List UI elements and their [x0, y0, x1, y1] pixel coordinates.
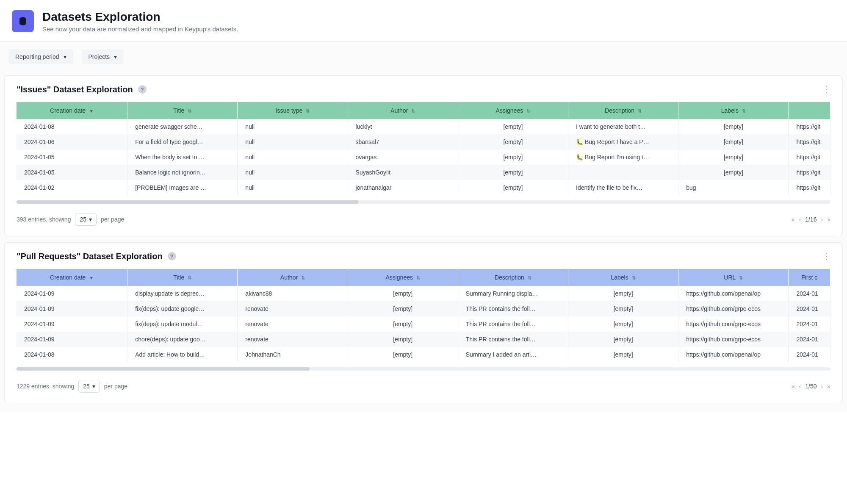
col-description[interactable]: Description: [568, 102, 678, 119]
filter-label: Projects: [89, 53, 110, 60]
more-menu-icon[interactable]: ⋮: [822, 84, 830, 94]
more-menu-icon[interactable]: ⋮: [822, 251, 830, 261]
chevron-down-icon: ▾: [89, 216, 92, 223]
page-indicator: 1/50: [805, 383, 817, 390]
cell-labels: bug: [678, 180, 789, 195]
table-row[interactable]: 2024-01-09display.update is deprec…akiva…: [17, 286, 830, 301]
reporting-period-filter[interactable]: Reporting period ▾: [8, 49, 73, 64]
cell-url[interactable]: https://github.com/grpc-ecos: [678, 332, 789, 347]
pager-last-icon[interactable]: »: [827, 383, 830, 390]
cell-assignees: [empty]: [458, 119, 568, 134]
cell-url[interactable]: https://git: [789, 134, 830, 150]
pager-first-icon[interactable]: «: [792, 383, 795, 390]
table-row[interactable]: 2024-01-08generate swagger sche…nullluck…: [17, 119, 830, 134]
horizontal-scrollbar[interactable]: [17, 367, 830, 371]
cell-issue-type: null: [238, 180, 348, 195]
cell-author: lucklyt: [348, 119, 458, 134]
col-author[interactable]: Author: [238, 269, 348, 286]
pager: « ‹ 1/50 › »: [792, 383, 830, 390]
col-title[interactable]: Title: [127, 269, 238, 286]
cell-assignees: [empty]: [348, 332, 458, 347]
sort-icon: [632, 275, 636, 280]
cell-url[interactable]: https://git: [789, 119, 830, 134]
cell-description: This PR contains the foll…: [458, 332, 568, 347]
table-row[interactable]: 2024-01-05When the body is set to …nullo…: [17, 150, 830, 165]
cell-url[interactable]: https://git: [789, 180, 830, 195]
table-row[interactable]: 2024-01-05Balance logic not ignorin…null…: [17, 165, 830, 180]
col-overflow: [789, 102, 830, 119]
col-author[interactable]: Author: [348, 102, 458, 119]
table-row[interactable]: 2024-01-08Add article: How to build…John…: [17, 347, 830, 362]
pager-next-icon[interactable]: ›: [821, 216, 823, 223]
col-description[interactable]: Description: [458, 269, 568, 286]
cell-url[interactable]: https://github.com/openai/op: [678, 347, 789, 362]
cell-url[interactable]: https://github.com/grpc-ecos: [678, 301, 789, 316]
per-page-label: per page: [101, 216, 124, 223]
cell-description: This PR contains the foll…: [458, 316, 568, 332]
pager-prev-icon[interactable]: ‹: [799, 216, 801, 223]
card-title: "Pull Requests" Dataset Exploration: [17, 252, 163, 261]
table-row[interactable]: 2024-01-09fix(deps): update google…renov…: [17, 301, 830, 316]
col-url[interactable]: URL: [678, 269, 789, 286]
scrollbar-thumb[interactable]: [17, 200, 358, 204]
cell-description: 🐛 Bug Report I'm using t…: [568, 150, 678, 165]
cell-title: generate swagger sche…: [127, 119, 238, 134]
cell-date: 2024-01-06: [17, 134, 127, 150]
page-size-select[interactable]: 25 ▾: [75, 213, 97, 226]
cell-author: ovargas: [348, 150, 458, 165]
col-labels[interactable]: Labels: [568, 269, 678, 286]
help-icon[interactable]: ?: [138, 85, 147, 94]
page-size-select[interactable]: 25 ▾: [78, 380, 100, 393]
pull-requests-table: Creation date Title Author Assignees Des…: [17, 269, 830, 362]
cell-author: renovate: [238, 316, 348, 332]
scrollbar-thumb[interactable]: [17, 367, 310, 371]
sort-icon: [416, 275, 420, 280]
cell-author: renovate: [238, 332, 348, 347]
horizontal-scrollbar[interactable]: [17, 200, 830, 204]
cell-first-c: 2024-01: [789, 316, 830, 332]
pager-next-icon[interactable]: ›: [821, 383, 823, 390]
col-assignees[interactable]: Assignees: [348, 269, 458, 286]
col-assignees[interactable]: Assignees: [458, 102, 568, 119]
page-indicator: 1/16: [805, 216, 817, 223]
cell-assignees: [empty]: [348, 286, 458, 301]
cell-author: akivanc88: [238, 286, 348, 301]
per-page-label: per page: [104, 383, 127, 390]
help-icon[interactable]: ?: [168, 252, 176, 260]
col-issue-type[interactable]: Issue type: [238, 102, 348, 119]
filter-label: Reporting period: [15, 53, 59, 60]
table-row[interactable]: 2024-01-06For a field of type googl…null…: [17, 134, 830, 150]
pager-first-icon[interactable]: «: [792, 216, 795, 223]
cell-url[interactable]: https://github.com/grpc-ecos: [678, 316, 789, 332]
col-title[interactable]: Title: [127, 102, 238, 119]
cell-author: renovate: [238, 301, 348, 316]
cell-url[interactable]: https://github.com/openai/op: [678, 286, 789, 301]
cell-title: When the body is set to …: [127, 150, 238, 165]
cell-url[interactable]: https://git: [789, 165, 830, 180]
cell-title: Balance logic not ignorin…: [127, 165, 238, 180]
pager-last-icon[interactable]: »: [827, 216, 830, 223]
col-labels[interactable]: Labels: [678, 102, 789, 119]
pager-prev-icon[interactable]: ‹: [799, 383, 801, 390]
cell-first-c: 2024-01: [789, 332, 830, 347]
sort-icon: [528, 275, 531, 280]
cell-description: Summary I added an arti…: [458, 347, 568, 362]
page-subtitle: See how your data are normalized and map…: [42, 25, 238, 33]
table-row[interactable]: 2024-01-09chore(deps): update goo…renova…: [17, 332, 830, 347]
cell-url[interactable]: https://git: [789, 150, 830, 165]
cell-author: SuyashGoylit: [348, 165, 458, 180]
cell-first-c: 2024-01: [789, 347, 830, 362]
cell-assignees: [empty]: [458, 150, 568, 165]
table-row[interactable]: 2024-01-02[PROBLEM] Images are …nulljona…: [17, 180, 830, 195]
projects-filter[interactable]: Projects ▾: [82, 49, 124, 64]
cell-date: 2024-01-09: [17, 332, 127, 347]
database-icon: [12, 10, 34, 32]
col-creation-date[interactable]: Creation date: [17, 269, 127, 286]
cell-title: fix(deps): update google…: [127, 301, 238, 316]
col-first-c[interactable]: First c: [789, 269, 830, 286]
cell-first-c: 2024-01: [789, 286, 830, 301]
cell-author: sbansal7: [348, 134, 458, 150]
issues-card: "Issues" Dataset Exploration ? ⋮ Creatio…: [4, 75, 843, 236]
col-creation-date[interactable]: Creation date: [17, 102, 127, 119]
table-row[interactable]: 2024-01-09fix(deps): update modul…renova…: [17, 316, 830, 332]
